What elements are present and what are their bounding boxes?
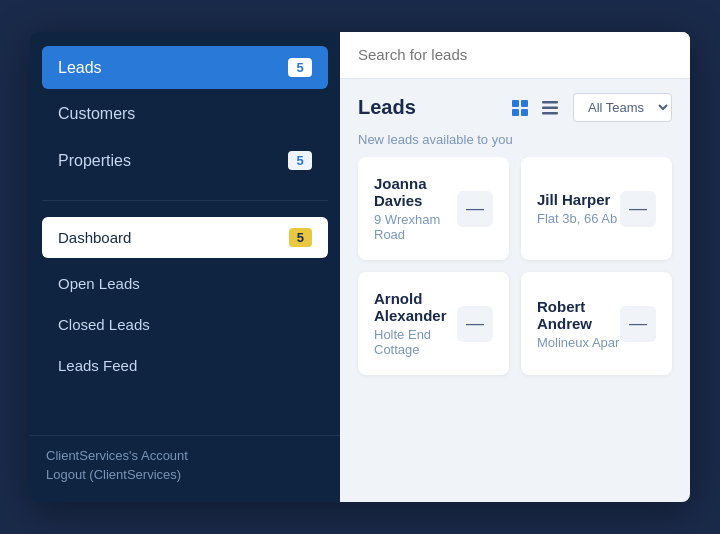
sidebar-section-sub: Dashboard 5 Open Leads Closed Leads Lead…	[30, 209, 340, 393]
minus-icon: —	[466, 198, 484, 219]
sidebar-item-closed-leads[interactable]: Closed Leads	[42, 305, 328, 344]
svg-rect-3	[521, 109, 528, 116]
svg-rect-0	[512, 100, 519, 107]
svg-rect-1	[521, 100, 528, 107]
svg-rect-6	[542, 112, 558, 115]
sidebar-item-leads-feed-label: Leads Feed	[58, 357, 137, 374]
account-link[interactable]: ClientServices's Account	[46, 448, 324, 463]
lead-info: Jill Harper Flat 3b, 66 Ab	[537, 191, 620, 226]
leads-badge: 5	[288, 58, 312, 77]
minus-icon: —	[629, 313, 647, 334]
sidebar-item-leads-feed[interactable]: Leads Feed	[42, 346, 328, 385]
lead-address: Flat 3b, 66 Ab	[537, 211, 620, 226]
lead-name: Robert Andrew	[537, 298, 620, 332]
minus-icon: —	[466, 313, 484, 334]
sidebar-item-leads[interactable]: Leads 5	[42, 46, 328, 89]
sidebar-item-closed-leads-label: Closed Leads	[58, 316, 150, 333]
svg-rect-4	[542, 101, 558, 104]
sidebar-item-customers[interactable]: Customers	[42, 93, 328, 135]
svg-rect-2	[512, 109, 519, 116]
sidebar-item-properties-label: Properties	[58, 152, 131, 170]
lead-card-joanna-davies[interactable]: Joanna Davies 9 Wrexham Road —	[358, 157, 509, 260]
teams-select[interactable]: All Teams	[573, 93, 672, 122]
sidebar: Leads 5 Customers Properties 5 Dashboard…	[30, 32, 340, 502]
search-input[interactable]	[358, 46, 672, 63]
sidebar-item-open-leads-label: Open Leads	[58, 275, 140, 292]
lead-action-button[interactable]: —	[620, 306, 656, 342]
sidebar-divider	[42, 200, 328, 201]
lead-name: Jill Harper	[537, 191, 620, 208]
sidebar-item-dashboard-label: Dashboard	[58, 229, 131, 246]
sidebar-item-properties[interactable]: Properties 5	[42, 139, 328, 182]
dashboard-badge: 5	[289, 228, 312, 247]
sidebar-item-open-leads[interactable]: Open Leads	[42, 264, 328, 303]
sidebar-footer: ClientServices's Account Logout (ClientS…	[30, 435, 340, 502]
search-bar	[340, 32, 690, 79]
lead-name: Joanna Davies	[374, 175, 457, 209]
sidebar-item-dashboard[interactable]: Dashboard 5	[42, 217, 328, 258]
leads-grid: Joanna Davies 9 Wrexham Road — Jill Harp…	[340, 157, 690, 389]
lead-info: Joanna Davies 9 Wrexham Road	[374, 175, 457, 242]
grid-view-icon[interactable]	[507, 95, 533, 121]
lead-card-arnold-alexander[interactable]: Arnold Alexander Holte End Cottage —	[358, 272, 509, 375]
minus-icon: —	[629, 198, 647, 219]
view-icons	[507, 95, 563, 121]
sidebar-item-customers-label: Customers	[58, 105, 135, 123]
list-view-icon[interactable]	[537, 95, 563, 121]
lead-info: Arnold Alexander Holte End Cottage	[374, 290, 457, 357]
leads-title: Leads	[358, 96, 497, 119]
section-label: New leads available to you	[340, 128, 690, 157]
lead-address: Molineux Apar	[537, 335, 620, 350]
properties-badge: 5	[288, 151, 312, 170]
lead-action-button[interactable]: —	[457, 306, 493, 342]
lead-info: Robert Andrew Molineux Apar	[537, 298, 620, 350]
leads-header: Leads	[340, 79, 690, 128]
lead-name: Arnold Alexander	[374, 290, 457, 324]
lead-action-button[interactable]: —	[457, 191, 493, 227]
logout-link[interactable]: Logout (ClientServices)	[46, 467, 324, 482]
lead-address: Holte End Cottage	[374, 327, 457, 357]
lead-address: 9 Wrexham Road	[374, 212, 457, 242]
lead-card-robert-andrew[interactable]: Robert Andrew Molineux Apar —	[521, 272, 672, 375]
lead-card-jill-harper[interactable]: Jill Harper Flat 3b, 66 Ab —	[521, 157, 672, 260]
lead-action-button[interactable]: —	[620, 191, 656, 227]
sidebar-item-leads-label: Leads	[58, 59, 102, 77]
svg-rect-5	[542, 106, 558, 109]
sidebar-nav-top: Leads 5 Customers Properties 5	[30, 32, 340, 192]
main-content: Leads	[340, 32, 690, 502]
